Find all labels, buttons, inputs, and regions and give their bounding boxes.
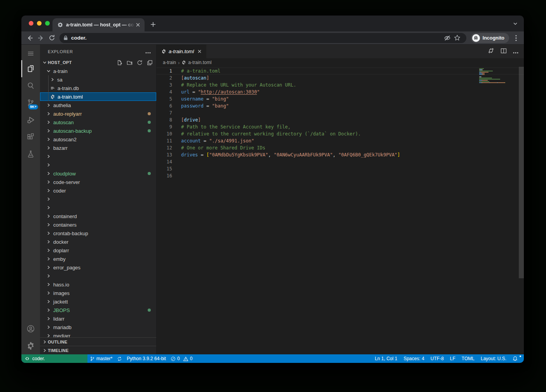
bookmark-star-icon[interactable] bbox=[452, 33, 462, 43]
chevron-right-icon bbox=[45, 111, 52, 117]
tree-item-a-train[interactable]: a-train bbox=[40, 67, 156, 75]
tree-item-label: docker bbox=[53, 239, 68, 245]
tree-item-auto-replyarr[interactable]: auto-replyarr bbox=[40, 109, 156, 118]
chevron-right-icon bbox=[45, 290, 52, 296]
split-editor-icon[interactable] bbox=[501, 48, 507, 56]
testing-view-icon[interactable] bbox=[21, 146, 40, 163]
tree-item-autoscan2[interactable]: autoscan2 bbox=[40, 135, 156, 144]
tree-item[interactable] bbox=[40, 152, 156, 161]
tree-item-docker[interactable]: docker bbox=[40, 238, 156, 246]
sync-changes-item[interactable] bbox=[115, 356, 124, 361]
tree-item-a-train.toml[interactable]: a-train.toml bbox=[40, 92, 156, 101]
tree-item[interactable] bbox=[40, 161, 156, 169]
line-number: 16 bbox=[157, 172, 172, 179]
tree-item-sa[interactable]: sa bbox=[40, 75, 156, 84]
tree-item-code-server[interactable]: code-server bbox=[40, 178, 156, 186]
tree-item-jackett[interactable]: jackett bbox=[40, 297, 156, 306]
refresh-icon[interactable] bbox=[136, 59, 143, 66]
browser-menu-icon[interactable] bbox=[511, 33, 521, 43]
tree-item-label: images bbox=[53, 290, 70, 296]
tree-item[interactable] bbox=[40, 195, 156, 203]
tree-item-emby[interactable]: emby bbox=[40, 255, 156, 263]
tree-item-a-train.db[interactable]: a-train.db bbox=[40, 84, 156, 92]
chevron-right-icon bbox=[45, 307, 52, 313]
tree-item-autoscan-backup[interactable]: autoscan-backup bbox=[40, 127, 156, 135]
tree-item-lidarr[interactable]: lidarr bbox=[40, 314, 156, 323]
timeline-section[interactable]: TIMELINE bbox=[40, 346, 156, 354]
zoom-window-button[interactable] bbox=[45, 21, 50, 26]
tree-item-label: a-train.db bbox=[58, 85, 79, 91]
new-folder-icon[interactable] bbox=[126, 59, 133, 66]
chevron-right-icon bbox=[45, 298, 52, 305]
tree-item[interactable] bbox=[40, 203, 156, 212]
tree-item-autoscan[interactable]: autoscan bbox=[40, 118, 156, 127]
tree-item-mediarr[interactable]: mediarr bbox=[40, 331, 156, 337]
python-interpreter-item[interactable]: Python 3.9.2 64-bit bbox=[124, 356, 168, 361]
editor-tab-a-train-toml[interactable]: a-train.toml bbox=[157, 45, 206, 58]
chevron-down-icon bbox=[45, 68, 52, 74]
minimap[interactable] bbox=[479, 68, 509, 87]
source-control-view-icon[interactable]: 9K+ bbox=[21, 94, 40, 111]
notifications-bell-icon[interactable] bbox=[509, 356, 521, 361]
explorer-view-icon[interactable] bbox=[21, 60, 40, 77]
remote-indicator[interactable]: coder. bbox=[21, 354, 87, 363]
line-number: 8 bbox=[157, 116, 172, 123]
new-tab-button[interactable] bbox=[148, 19, 159, 30]
workspace-root-row[interactable]: HOST_OPT bbox=[40, 58, 156, 67]
editor-scrollbar[interactable] bbox=[519, 67, 524, 278]
language-mode-item[interactable]: TOML bbox=[459, 356, 478, 361]
incognito-label: Incognito bbox=[483, 35, 504, 41]
cursor-position-item[interactable]: Ln 1, Col 1 bbox=[372, 356, 400, 361]
close-window-button[interactable] bbox=[29, 21, 33, 26]
tree-item-containerd[interactable]: containerd bbox=[40, 212, 156, 220]
tree-item-hass.io[interactable]: hass.io bbox=[40, 280, 156, 289]
browser-tab[interactable]: a-train.toml — host_opt — cod bbox=[52, 18, 145, 31]
tree-item-JBOPS[interactable]: JBOPS bbox=[40, 306, 156, 314]
tree-item[interactable] bbox=[40, 272, 156, 280]
collapse-all-icon[interactable] bbox=[146, 59, 153, 66]
keyboard-layout-item[interactable]: Layout: U.S. bbox=[478, 356, 509, 361]
breadcrumb-file[interactable]: a-train.toml bbox=[188, 60, 211, 65]
editor-tab-close-icon[interactable] bbox=[198, 50, 201, 53]
editor-more-actions-icon[interactable] bbox=[513, 48, 518, 55]
tree-item-crontab-backup[interactable]: crontab-backup bbox=[40, 229, 156, 238]
code-line-9: 9# Path to the Service Account key file, bbox=[157, 123, 524, 130]
tree-item-coder[interactable]: coder bbox=[40, 186, 156, 195]
minimize-window-button[interactable] bbox=[37, 21, 42, 26]
outline-section[interactable]: OUTLINE bbox=[40, 337, 156, 346]
toml-file-gear-icon bbox=[181, 60, 186, 65]
tree-item-authelia[interactable]: authelia bbox=[40, 101, 156, 109]
tab-close-icon[interactable] bbox=[134, 21, 141, 28]
explorer-more-actions-icon[interactable] bbox=[145, 48, 151, 55]
settings-gear-icon[interactable] bbox=[21, 337, 40, 354]
tree-item-images[interactable]: images bbox=[40, 289, 156, 297]
forward-button[interactable] bbox=[35, 33, 46, 43]
tree-item-cloudplow[interactable]: cloudplow bbox=[40, 169, 156, 178]
tree-item-bazarr[interactable]: bazarr bbox=[40, 144, 156, 152]
menu-hamburger-icon[interactable] bbox=[21, 47, 40, 60]
eol-item[interactable]: LF bbox=[447, 356, 459, 361]
tab-search-chevron-icon[interactable] bbox=[513, 21, 518, 28]
reload-button[interactable] bbox=[46, 33, 57, 43]
search-view-icon[interactable] bbox=[21, 77, 40, 94]
open-changes-icon[interactable] bbox=[488, 47, 494, 56]
chevron-right-icon bbox=[45, 153, 52, 160]
encoding-item[interactable]: UTF-8 bbox=[427, 356, 447, 361]
new-file-icon[interactable] bbox=[116, 59, 123, 66]
eye-off-icon[interactable] bbox=[442, 33, 452, 43]
account-icon[interactable] bbox=[21, 320, 40, 337]
run-debug-view-icon[interactable] bbox=[21, 111, 40, 128]
indentation-item[interactable]: Spaces: 4 bbox=[400, 356, 427, 361]
git-branch-item[interactable]: master* bbox=[87, 356, 115, 361]
tree-item-error_pages[interactable]: error_pages bbox=[40, 263, 156, 272]
address-bar[interactable]: coder. bbox=[59, 33, 466, 43]
extensions-view-icon[interactable] bbox=[21, 128, 40, 146]
problems-item[interactable]: 0 0 bbox=[168, 356, 195, 361]
tree-item-mariadb[interactable]: mariadb bbox=[40, 323, 156, 331]
breadcrumb-folder[interactable]: a-train bbox=[163, 60, 176, 65]
remote-label: coder. bbox=[32, 356, 45, 361]
tree-item-containers[interactable]: containers bbox=[40, 220, 156, 229]
back-button[interactable] bbox=[24, 33, 35, 43]
code-editor[interactable]: 1# a-train.toml2[autoscan]3# Replace the… bbox=[157, 67, 524, 354]
tree-item-doplarr[interactable]: doplarr bbox=[40, 246, 156, 255]
